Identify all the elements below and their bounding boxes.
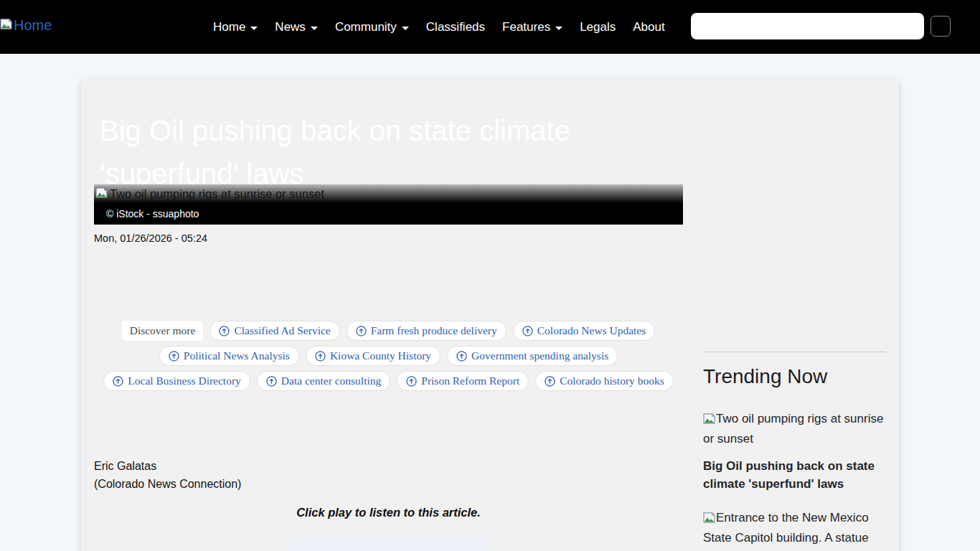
author-block: Eric Galatas (Colorado News Connection) (94, 457, 683, 493)
trending-now-heading: Trending Now (703, 365, 886, 388)
chevron-down-icon (250, 27, 258, 30)
nav-item-features[interactable]: Features (502, 14, 562, 40)
trending-item: Entrance to the New Mexico State Capitol… (703, 509, 886, 547)
image-credit: © iStock - ssuaphoto (94, 203, 683, 225)
trending-sidebar: Trending Now Two oil pumping rigs at sun… (703, 79, 886, 547)
tag-farm-fresh-produce-delivery[interactable]: Farm fresh produce delivery (347, 321, 507, 341)
search-form (691, 13, 951, 39)
tag-data-center-consulting[interactable]: Data center consulting (257, 371, 390, 391)
broken-image-icon (0, 19, 12, 32)
main-navigation: Home News Community Classifieds Features… (213, 0, 665, 54)
arrow-up-circle-icon (456, 351, 467, 362)
sidebar-divider (703, 352, 886, 352)
trending-image-alt-text: Two oil pumping rigs at sunrise or sunse… (703, 412, 883, 446)
listen-prompt: Click play to listen to this article. (94, 506, 683, 519)
tag-government-spending-analysis[interactable]: Government spending analysis (447, 346, 618, 366)
search-button[interactable] (930, 16, 951, 37)
search-input[interactable] (691, 13, 924, 39)
page-title: Big Oil pushing back on state climate 's… (100, 109, 645, 195)
discover-more-label: Discover more (122, 321, 204, 341)
brand-label: Home (14, 17, 52, 34)
nav-item-community[interactable]: Community (335, 14, 409, 40)
arrow-up-circle-icon (169, 351, 179, 362)
chevron-down-icon (555, 27, 562, 30)
trending-item: Two oil pumping rigs at sunrise or sunse… (703, 410, 886, 493)
arrow-up-circle-icon (356, 326, 367, 336)
tag-local-business-directory[interactable]: Local Business Directory (103, 371, 250, 391)
arrow-up-circle-icon (315, 351, 326, 362)
arrow-up-circle-icon (545, 376, 555, 387)
audio-player[interactable] (286, 537, 491, 551)
article-image: Two oil pumping rigs at sunrise or sunse… (94, 184, 683, 203)
article-card: Big Oil pushing back on state climate 's… (81, 79, 899, 551)
chevron-down-icon (311, 27, 318, 30)
broken-image-icon (703, 510, 715, 529)
tag-classified-ad-service[interactable]: Classified Ad Service (209, 321, 339, 341)
nav-item-legals[interactable]: Legals (580, 14, 616, 40)
trending-item-title[interactable]: Big Oil pushing back on state climate 's… (703, 457, 886, 493)
trending-item-image[interactable]: Two oil pumping rigs at sunrise or sunse… (703, 410, 886, 448)
trending-item-image[interactable]: Entrance to the New Mexico State Capitol… (703, 509, 886, 547)
chevron-down-icon (402, 27, 409, 30)
discover-tags-section: Discover more Classified Ad Service Farm… (94, 321, 683, 391)
author-name: Eric Galatas (94, 457, 683, 475)
broken-image-icon (95, 187, 108, 201)
top-navbar: Home Home News Community Classifieds Fea… (0, 0, 980, 54)
article-main-column: Big Oil pushing back on state climate 's… (94, 79, 683, 551)
arrow-up-circle-icon (113, 376, 123, 387)
article-image-alt-text: Two oil pumping rigs at sunrise or sunse… (110, 187, 324, 201)
publish-date: Mon, 01/26/2026 - 05:24 (94, 231, 683, 246)
tag-kiowa-county-history[interactable]: Kiowa County History (306, 346, 440, 366)
article-figure: Two oil pumping rigs at sunrise or sunse… (94, 184, 683, 225)
nav-item-home[interactable]: Home (213, 14, 258, 40)
broken-image-icon (703, 411, 715, 430)
nav-item-about[interactable]: About (633, 14, 664, 40)
arrow-up-circle-icon (406, 376, 417, 387)
tag-colorado-news-updates[interactable]: Colorado News Updates (513, 321, 656, 341)
nav-item-classifieds[interactable]: Classifieds (426, 14, 485, 40)
tag-political-news-analysis[interactable]: Political News Analysis (159, 346, 299, 366)
nav-item-news[interactable]: News (275, 14, 318, 40)
brand-home-link[interactable]: Home (0, 17, 52, 34)
tag-prison-reform-report[interactable]: Prison Reform Report (397, 371, 529, 391)
arrow-up-circle-icon (219, 326, 230, 336)
trending-image-alt-text: Entrance to the New Mexico State Capitol… (703, 511, 869, 545)
author-organization: (Colorado News Connection) (94, 475, 683, 493)
arrow-up-circle-icon (266, 376, 277, 387)
tag-colorado-history-books[interactable]: Colorado history books (535, 371, 674, 391)
arrow-up-circle-icon (522, 326, 533, 336)
